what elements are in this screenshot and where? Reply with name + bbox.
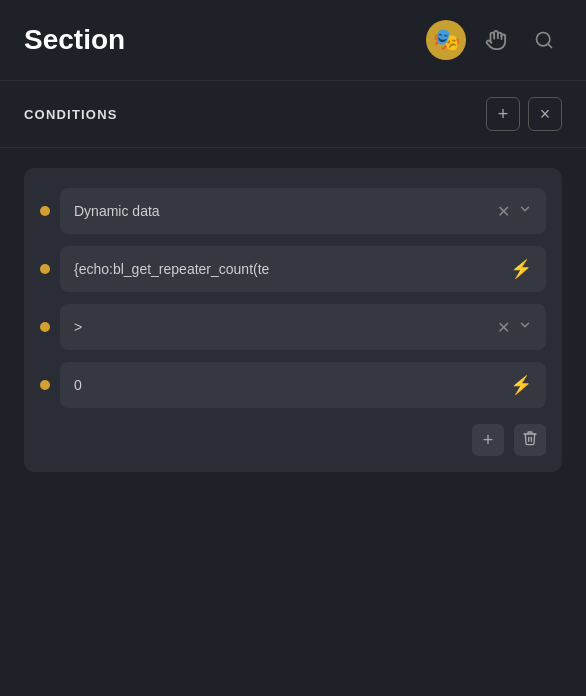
- group-delete-button[interactable]: [514, 424, 546, 456]
- trash-icon: [522, 430, 538, 451]
- field-icons-4: ⚡: [510, 374, 532, 396]
- condition-row-3: > ✕: [40, 304, 546, 350]
- bullet-1: [40, 206, 50, 216]
- lightning-icon-4[interactable]: ⚡: [510, 374, 532, 396]
- gesture-icon[interactable]: [478, 22, 514, 58]
- field-text-3: >: [74, 319, 497, 335]
- bullet-2: [40, 264, 50, 274]
- chevron-down-icon-3[interactable]: [518, 318, 532, 336]
- field-icons-1: ✕: [497, 202, 532, 221]
- field-text-4: 0: [74, 377, 510, 393]
- condition-row-1: Dynamic data ✕: [40, 188, 546, 234]
- chevron-down-icon-1[interactable]: [518, 202, 532, 220]
- group-add-button[interactable]: +: [472, 424, 504, 456]
- bullet-3: [40, 322, 50, 332]
- avatar-emoji: 🎭: [433, 27, 460, 53]
- group-footer: +: [40, 420, 546, 456]
- field-icons-2: ⚡: [510, 258, 532, 280]
- avatar-icon[interactable]: 🎭: [426, 20, 466, 60]
- header: Section 🎭: [0, 0, 586, 81]
- condition-group: Dynamic data ✕ {echo:bl_get_repeater_cou…: [24, 168, 562, 472]
- close-conditions-button[interactable]: ×: [528, 97, 562, 131]
- condition-field-3[interactable]: > ✕: [60, 304, 546, 350]
- field-text-2: {echo:bl_get_repeater_count(te: [74, 261, 510, 277]
- clear-icon-1[interactable]: ✕: [497, 202, 510, 221]
- clear-icon-3[interactable]: ✕: [497, 318, 510, 337]
- bullet-4: [40, 380, 50, 390]
- main-content: Dynamic data ✕ {echo:bl_get_repeater_cou…: [0, 148, 586, 492]
- page-title: Section: [24, 24, 125, 56]
- condition-field-2[interactable]: {echo:bl_get_repeater_count(te ⚡: [60, 246, 546, 292]
- add-condition-button[interactable]: +: [486, 97, 520, 131]
- condition-row-4: 0 ⚡: [40, 362, 546, 408]
- condition-row-2: {echo:bl_get_repeater_count(te ⚡: [40, 246, 546, 292]
- header-icons: 🎭: [426, 20, 562, 60]
- search-icon[interactable]: [526, 22, 562, 58]
- svg-line-1: [548, 44, 552, 48]
- field-icons-3: ✕: [497, 318, 532, 337]
- conditions-actions: + ×: [486, 97, 562, 131]
- conditions-label: CONDITIONS: [24, 107, 118, 122]
- plus-icon: +: [483, 430, 494, 451]
- lightning-icon-2[interactable]: ⚡: [510, 258, 532, 280]
- condition-field-4[interactable]: 0 ⚡: [60, 362, 546, 408]
- condition-field-1[interactable]: Dynamic data ✕: [60, 188, 546, 234]
- conditions-header: CONDITIONS + ×: [0, 81, 586, 148]
- field-text-1: Dynamic data: [74, 203, 497, 219]
